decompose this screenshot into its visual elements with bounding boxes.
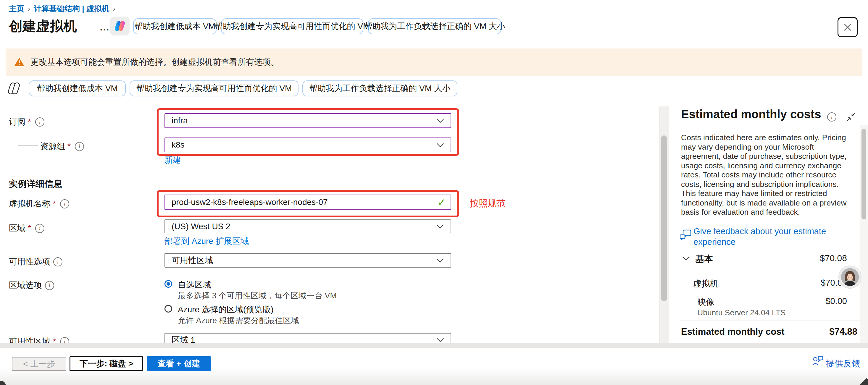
azure-select-zone-desc: 允许 Azure 根据需要分配最佳区域 bbox=[178, 315, 299, 326]
create-new-resource-group-link[interactable]: 新建 bbox=[164, 154, 181, 166]
info-icon[interactable]: i bbox=[35, 224, 44, 233]
subscription-label: 订阅* i bbox=[9, 116, 44, 127]
assistant-avatar[interactable] bbox=[838, 265, 862, 289]
suggestion-high-availability-label: 帮助我创建专为实现高可用性而优化的 VM bbox=[136, 83, 292, 94]
resource-group-label: 资源组* i bbox=[40, 141, 84, 152]
cost-group-amount: $70.08 bbox=[769, 253, 847, 263]
cost-group-name: 基本 bbox=[695, 253, 713, 265]
self-select-zone-desc: 最多选择 3 个可用性区域，每个区域一台 VM bbox=[178, 290, 337, 301]
main-scrollbar[interactable] bbox=[659, 106, 669, 343]
cost-item-name: 虚拟机 bbox=[693, 278, 719, 290]
vm-name-field-wrapper: ✓ bbox=[164, 195, 451, 210]
subscription-label-text: 订阅 bbox=[9, 116, 26, 127]
suggestion-low-cost-label: 帮助我创建低成本 VM bbox=[134, 21, 215, 32]
region-dropdown[interactable]: (US) West US 2 bbox=[164, 219, 451, 233]
resource-group-value: k8s bbox=[172, 140, 185, 150]
close-icon bbox=[843, 23, 852, 32]
valid-check-icon: ✓ bbox=[438, 196, 446, 208]
required-asterisk: * bbox=[28, 224, 31, 233]
divider bbox=[680, 321, 864, 321]
availability-options-value: 可用性区域 bbox=[172, 255, 213, 266]
info-icon[interactable]: i bbox=[45, 281, 54, 290]
panel-scrollbar[interactable] bbox=[860, 125, 868, 348]
create-vm-blade: 主页 › 计算基础结构 | 虚拟机 › 创建虚拟机 … 帮助我创建低成本 VM … bbox=[0, 0, 868, 385]
instance-details-heading: 实例详细信息 bbox=[9, 178, 62, 190]
info-icon[interactable]: i bbox=[60, 199, 69, 208]
suggestion-high-availability-label: 帮助我创建专为实现高可用性而优化的 VM bbox=[215, 21, 370, 32]
review-create-button[interactable]: 查看 + 创建 bbox=[147, 356, 211, 371]
suggestion-right-size-button[interactable]: 帮助我为工作负载选择正确的 VM 大小 bbox=[368, 18, 501, 34]
previous-button[interactable]: < 上一步 bbox=[12, 357, 66, 371]
copilot-button[interactable] bbox=[110, 17, 130, 35]
suggestion-high-availability-button[interactable]: 帮助我创建专为实现高可用性而优化的 VM bbox=[130, 81, 299, 96]
resource-group-dropdown[interactable]: k8s bbox=[164, 137, 451, 152]
azure-select-zone-label[interactable]: Azure 选择的区域(预览版) bbox=[178, 304, 274, 315]
vm-name-label-text: 虚拟机名称 bbox=[9, 198, 50, 210]
required-asterisk: * bbox=[28, 117, 31, 127]
avatar-image bbox=[841, 268, 859, 286]
suggestion-low-cost-button[interactable]: 帮助我创建低成本 VM bbox=[29, 81, 126, 96]
give-feedback-link[interactable]: 提供反馈 bbox=[826, 358, 860, 370]
more-menu-button[interactable]: … bbox=[99, 21, 111, 33]
suggestion-right-size-button[interactable]: 帮助我为工作负载选择正确的 VM 大小 bbox=[302, 81, 457, 96]
main-scrollbar-thumb[interactable] bbox=[661, 135, 667, 301]
collapse-group-button[interactable] bbox=[682, 256, 690, 262]
chevron-down-icon bbox=[436, 258, 444, 263]
breadcrumb-separator-icon: › bbox=[113, 5, 115, 13]
cost-panel-title: Estimated monthly costs bbox=[681, 108, 821, 121]
collapse-panel-button[interactable] bbox=[845, 111, 857, 124]
availability-options-dropdown[interactable]: 可用性区域 bbox=[164, 253, 451, 267]
copilot-outline-icon bbox=[7, 82, 21, 96]
info-icon[interactable]: i bbox=[75, 142, 84, 151]
cost-item-amount: $70.08 bbox=[769, 278, 847, 288]
region-label: 区域* i bbox=[9, 223, 44, 234]
panel-scrollbar-thumb[interactable] bbox=[862, 129, 866, 219]
chevron-down-icon bbox=[682, 256, 690, 261]
self-select-zone-label[interactable]: 自选区域 bbox=[178, 279, 211, 290]
breadcrumb-home-link[interactable]: 主页 bbox=[9, 4, 24, 14]
warning-text: 更改基本选项可能会重置所做的选择。创建虚拟机前查看所有选项。 bbox=[30, 57, 279, 68]
suggestion-right-size-label: 帮助我为工作负载选择正确的 VM 大小 bbox=[309, 83, 451, 94]
subscription-dropdown[interactable]: infra bbox=[164, 113, 451, 128]
chevron-down-icon bbox=[436, 119, 444, 123]
chevron-down-icon bbox=[436, 224, 444, 229]
info-icon[interactable]: i bbox=[35, 118, 44, 127]
warning-banner: 更改基本选项可能会重置所做的选择。创建虚拟机前查看所有选项。 bbox=[6, 49, 862, 76]
azure-select-zone-radio[interactable] bbox=[164, 305, 172, 313]
self-select-zone-radio[interactable] bbox=[164, 280, 172, 288]
feedback-bubbles-icon bbox=[679, 229, 692, 244]
hierarchy-connector bbox=[18, 129, 38, 146]
zone-options-label-text: 区域选项 bbox=[9, 280, 42, 291]
copilot-icon bbox=[114, 20, 126, 32]
radio-dot bbox=[166, 282, 170, 286]
subscription-value: infra bbox=[172, 116, 188, 125]
cost-disclaimer: Costs indicated here are estimates only.… bbox=[681, 133, 864, 217]
cost-item-amount: $0.00 bbox=[769, 296, 847, 306]
vm-name-label: 虚拟机名称* i bbox=[9, 198, 69, 210]
region-value: (US) West US 2 bbox=[172, 222, 230, 231]
next-disks-button[interactable]: 下一步: 磁盘 > bbox=[69, 356, 143, 371]
deploy-extended-zone-link[interactable]: 部署到 Azure 扩展区域 bbox=[164, 236, 249, 247]
warning-icon bbox=[14, 57, 25, 67]
breadcrumb-section-link[interactable]: 计算基础结构 | 虚拟机 bbox=[34, 4, 110, 14]
cost-item-subtitle: Ubuntu Server 24.04 LTS bbox=[697, 308, 786, 317]
info-icon[interactable]: i bbox=[53, 257, 62, 266]
suggestion-low-cost-button[interactable]: 帮助我创建低成本 VM bbox=[133, 18, 217, 34]
resource-group-label-text: 资源组 bbox=[40, 141, 65, 152]
estimate-feedback-link[interactable]: Give feedback about your estimate experi… bbox=[693, 226, 826, 247]
suggestion-high-availability-button[interactable]: 帮助我创建专为实现高可用性而优化的 VM bbox=[221, 18, 363, 34]
chevron-down-icon bbox=[436, 338, 444, 342]
region-label-text: 区域 bbox=[9, 223, 26, 234]
close-blade-button[interactable] bbox=[838, 17, 858, 37]
suggestion-low-cost-label: 帮助我创建低成本 VM bbox=[37, 83, 118, 94]
feedback-person-icon bbox=[812, 355, 824, 367]
breadcrumb: 主页 › 计算基础结构 | 虚拟机 › bbox=[9, 4, 119, 14]
info-icon[interactable]: i bbox=[827, 113, 836, 122]
page-title: 创建虚拟机 bbox=[9, 17, 77, 35]
availability-options-label: 可用性选项 i bbox=[9, 256, 62, 267]
content-bottom-edge bbox=[0, 343, 868, 348]
total-cost-amount: $74.88 bbox=[769, 326, 857, 337]
required-asterisk: * bbox=[67, 142, 71, 151]
suggestion-right-size-label: 帮助我为工作负载选择正确的 VM 大小 bbox=[364, 21, 505, 32]
vm-name-input[interactable] bbox=[164, 195, 451, 210]
